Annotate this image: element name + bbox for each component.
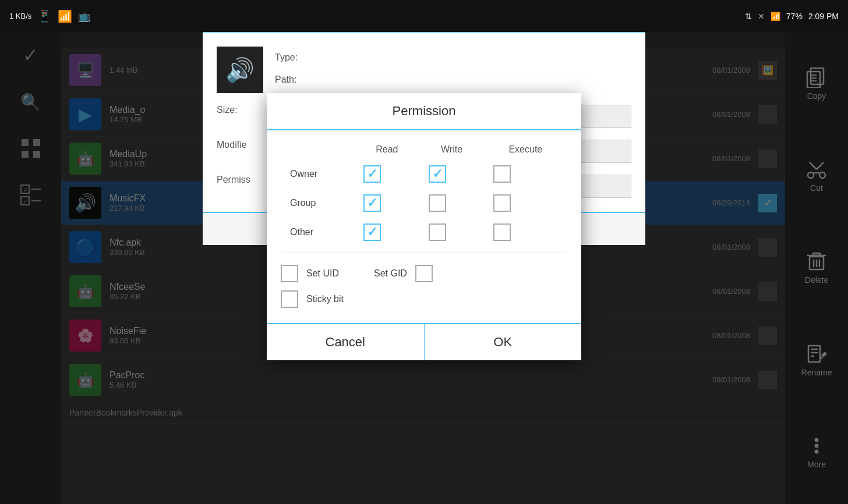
other-write-checkbox[interactable] — [419, 218, 483, 247]
permission-title: Permission — [267, 93, 581, 130]
sync-icon: ⇅ — [745, 12, 752, 21]
set-gid-item: Set GID — [374, 265, 433, 282]
permission-table: Read Write Execute Owner — [281, 140, 567, 247]
set-uid-label: Set UID — [306, 268, 339, 279]
other-label: Other — [281, 218, 354, 247]
other-write-check[interactable] — [429, 223, 446, 241]
file-preview-icon: 🔊 — [217, 47, 263, 93]
owner-execute-checkbox[interactable] — [484, 159, 567, 189]
execute-header: Execute — [484, 140, 567, 159]
group-label: Group — [281, 189, 354, 218]
permission-cancel-button[interactable]: Cancel — [267, 324, 425, 360]
set-gid-label: Set GID — [374, 268, 407, 279]
set-uid-checkbox[interactable] — [281, 265, 298, 282]
sticky-bit-item: Sticky bit — [281, 290, 567, 308]
sticky-bit-label: Sticky bit — [306, 294, 344, 304]
path-row: Path: — [275, 69, 631, 91]
group-write-check[interactable] — [429, 194, 446, 212]
other-row: Other — [281, 218, 567, 247]
wifi-icon: 📶 — [58, 9, 72, 23]
battery-level: 77% — [786, 12, 803, 21]
set-uid-item: Set UID — [281, 265, 339, 282]
owner-label: Owner — [281, 159, 354, 189]
divider — [281, 253, 567, 253]
phone-icon: 📱 — [37, 9, 52, 23]
owner-write-checkbox[interactable] — [419, 159, 483, 189]
group-execute-check[interactable] — [493, 194, 511, 212]
group-read-check[interactable] — [363, 194, 381, 212]
permission-dialog: Permission Read Write Execute Owner — [267, 93, 581, 360]
type-row: Type: — [275, 47, 631, 69]
group-execute-checkbox[interactable] — [484, 189, 567, 218]
extra-permissions: Set UID Set GID Sticky bit — [281, 259, 567, 314]
other-execute-checkbox[interactable] — [484, 218, 567, 247]
owner-read-checkbox[interactable] — [354, 159, 419, 189]
status-left: 1 KB/s 📱 📶 📺 — [9, 9, 91, 23]
uid-gid-row: Set UID Set GID — [281, 265, 567, 282]
permission-body: Read Write Execute Owner — [267, 130, 581, 323]
set-gid-checkbox[interactable] — [415, 265, 433, 282]
permission-actions: Cancel OK — [267, 323, 581, 360]
status-bar: 1 KB/s 📱 📶 📺 ⇅ ✕ 📶 77% 2:09 PM — [0, 0, 848, 32]
owner-execute-check[interactable] — [493, 165, 511, 183]
group-row: Group — [281, 189, 567, 218]
signal-x-icon: ✕ — [758, 12, 765, 21]
cellular-icon: 📶 — [771, 12, 780, 21]
speed-indicator: 1 KB/s — [9, 12, 31, 20]
status-right: ⇅ ✕ 📶 77% 2:09 PM — [745, 12, 839, 21]
type-label: Type: — [275, 52, 339, 63]
path-label: Path: — [275, 74, 339, 85]
other-execute-check[interactable] — [493, 223, 511, 241]
permission-ok-button[interactable]: OK — [425, 324, 582, 360]
sticky-bit-checkbox[interactable] — [281, 290, 298, 308]
owner-row: Owner — [281, 159, 567, 189]
read-header: Read — [354, 140, 419, 159]
other-read-checkbox[interactable] — [354, 218, 419, 247]
other-read-check[interactable] — [363, 223, 381, 241]
cast-icon: 📺 — [78, 10, 91, 23]
owner-write-check[interactable] — [429, 165, 446, 183]
group-write-checkbox[interactable] — [419, 189, 483, 218]
owner-read-check[interactable] — [363, 165, 381, 183]
group-read-checkbox[interactable] — [354, 189, 419, 218]
write-header: Write — [419, 140, 483, 159]
clock: 2:09 PM — [808, 12, 839, 21]
